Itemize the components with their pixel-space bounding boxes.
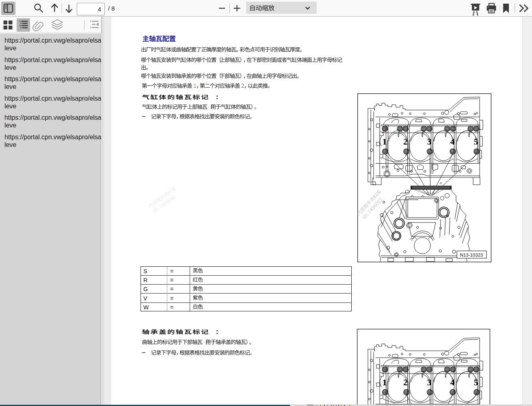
svg-text:N13-10323: N13-10323 (460, 253, 483, 257)
